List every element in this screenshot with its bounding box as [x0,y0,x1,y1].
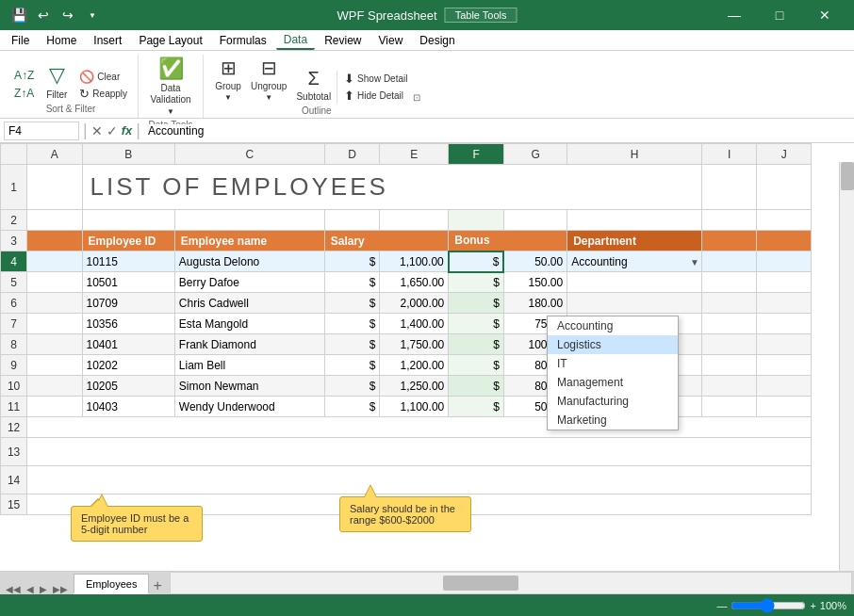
menu-view[interactable]: View [371,32,411,49]
cell-B2[interactable] [82,210,174,231]
cell-J7[interactable] [757,314,812,334]
cell-A9[interactable] [27,355,82,376]
col-I[interactable]: I [701,144,756,165]
show-detail-button[interactable]: ⬇ Show Detail [341,71,410,87]
cell-I7[interactable] [701,314,756,334]
cell-A3[interactable] [27,231,82,251]
zoom-out-icon[interactable]: — [716,600,727,611]
cell-F2[interactable] [449,210,504,231]
cell-H6[interactable] [567,293,702,314]
cell-F6[interactable]: $ [449,293,504,314]
col-F[interactable]: F [449,144,504,165]
sort-az-button[interactable]: A↑Z [11,67,37,84]
sheet-tab-employees[interactable]: Employees [74,574,149,594]
cell-E8[interactable]: 1,750.00 [380,334,449,355]
cell-J11[interactable] [757,397,812,417]
cell-B1[interactable]: LIST OF EMPLOYEES [82,165,701,210]
ungroup-button[interactable]: ⊟ Ungroup ▼ [247,55,290,104]
cell-A10[interactable] [27,376,82,397]
cell-I11[interactable] [701,397,756,417]
cell-A6[interactable] [27,293,82,314]
cell-C7[interactable]: Esta Mangold [174,314,324,334]
cell-G5[interactable]: 150.00 [503,272,567,293]
cell-C3[interactable]: Employee name [174,231,324,251]
cell-D8[interactable]: $ [324,334,380,355]
cell-I6[interactable] [701,293,756,314]
cell-B7[interactable]: 10356 [82,314,174,334]
cell-H5[interactable] [567,272,702,293]
outline-expand-icon[interactable]: ⊡ [412,91,421,104]
dropdown-item-accounting[interactable]: Accounting [548,316,678,335]
col-B[interactable]: B [82,144,174,165]
add-sheet-button[interactable]: + [149,577,165,594]
cell-B6[interactable]: 10709 [82,293,174,314]
menu-page-layout[interactable]: Page Layout [131,32,209,49]
maximize-button[interactable]: □ [758,0,801,30]
cell-H4[interactable]: Accounting ▼ [567,251,702,272]
sort-za-button[interactable]: Z↑A [11,85,37,102]
cell-A7[interactable] [27,314,82,334]
cell-E7[interactable]: 1,400.00 [380,314,449,334]
dropdown-trigger-icon[interactable]: ▼ [690,256,699,267]
cell-I9[interactable] [701,355,756,376]
save-icon[interactable]: 💾 [8,4,30,26]
cell-F7[interactable]: $ [449,314,504,334]
cell-A2[interactable] [27,210,82,231]
cell-D7[interactable]: $ [324,314,380,334]
cell-E3[interactable]: Bonus [449,231,567,251]
cell-B10[interactable]: 10205 [82,376,174,397]
cell-A5[interactable] [27,272,82,293]
cell-F5[interactable]: $ [449,272,504,293]
data-validation-button[interactable]: ✅ DataValidation ▼ [146,55,195,118]
cell-J1[interactable] [757,165,812,210]
col-C[interactable]: C [174,144,324,165]
cell-I10[interactable] [701,376,756,397]
menu-review[interactable]: Review [317,32,369,49]
menu-insert[interactable]: Insert [86,32,129,49]
cell-E9[interactable]: 1,200.00 [380,355,449,376]
insert-function-icon[interactable]: fx [122,123,133,138]
menu-file[interactable]: File [4,32,37,49]
cell-D9[interactable]: $ [324,355,380,376]
cell-E6[interactable]: 2,000.00 [380,293,449,314]
cell-E2[interactable] [380,210,449,231]
prev-sheet-button[interactable]: ◀ [25,584,36,594]
cell-J10[interactable] [757,376,812,397]
cell-A8[interactable] [27,334,82,355]
hide-detail-button[interactable]: ⬆ Hide Detail [341,88,410,104]
col-H[interactable]: H [567,144,702,165]
col-A[interactable]: A [27,144,82,165]
horizontal-scrollbar[interactable] [170,572,852,594]
cell-G4[interactable]: 50.00 [503,251,567,272]
cell-C2[interactable] [174,210,324,231]
cell-D2[interactable] [324,210,380,231]
cell-C11[interactable]: Wendy Underwood [174,397,324,417]
close-button[interactable]: ✕ [803,0,846,30]
cell-E4[interactable]: 1,100.00 [380,251,449,272]
cell-E10[interactable]: 1,250.00 [380,376,449,397]
cell-I4[interactable] [701,251,756,272]
cell-A11[interactable] [27,397,82,417]
cell-J4[interactable] [757,251,812,272]
cell-F10[interactable]: $ [449,376,504,397]
cell-B9[interactable]: 10202 [82,355,174,376]
cell-C10[interactable]: Simon Newman [174,376,324,397]
menu-home[interactable]: Home [39,32,84,49]
cell-I2[interactable] [701,210,756,231]
cell-I5[interactable] [701,272,756,293]
cancel-formula-icon[interactable]: ✕ [91,123,103,138]
dropdown-item-logistics[interactable]: Logistics [548,335,678,354]
cell-I8[interactable] [701,334,756,355]
next-sheet-button[interactable]: ▶ [38,584,49,594]
cell-D5[interactable]: $ [324,272,380,293]
cell-C4[interactable]: Augusta Delono [174,251,324,272]
cell-J5[interactable] [757,272,812,293]
cell-H2[interactable] [567,210,702,231]
subtotal-button[interactable]: Σ Subtotal [292,66,335,104]
cell-E11[interactable]: 1,100.00 [380,397,449,417]
cell-B4[interactable]: 10115 [82,251,174,272]
cell-B8[interactable]: 10401 [82,334,174,355]
cell-row12[interactable] [27,417,812,438]
cell-H3[interactable] [701,231,756,251]
cell-D10[interactable]: $ [324,376,380,397]
